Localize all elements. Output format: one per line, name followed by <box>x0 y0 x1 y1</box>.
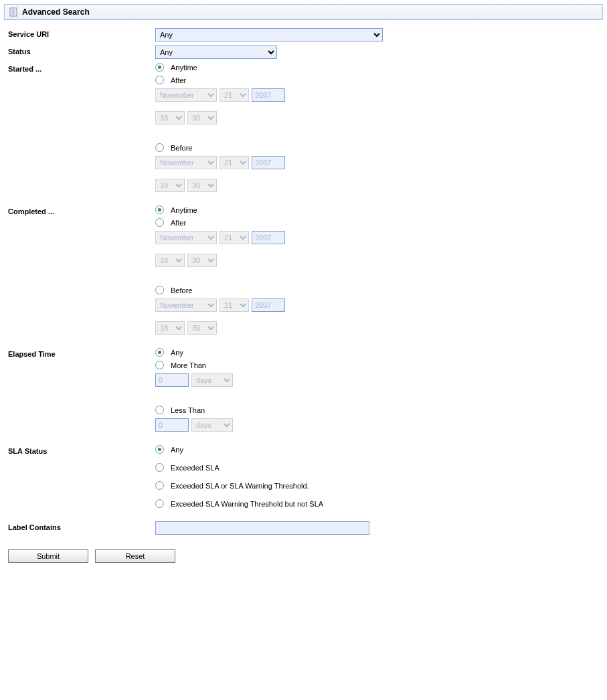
service-uri-select[interactable]: Any <box>155 28 383 41</box>
completed-after-year[interactable] <box>252 231 285 244</box>
panel-title: Advanced Search <box>22 7 90 17</box>
label-completed: Completed ... <box>8 205 155 215</box>
elapsed-less-value[interactable] <box>155 418 189 432</box>
sla-exceeded-radio[interactable] <box>155 463 164 472</box>
started-after-minute[interactable]: 30 <box>187 111 217 124</box>
completed-before-label: Before <box>171 286 192 294</box>
sla-warn-not-sla-radio[interactable] <box>155 499 164 508</box>
completed-after-day[interactable]: 21 <box>220 231 249 244</box>
completed-after-radio[interactable] <box>155 218 164 227</box>
advanced-search-panel: Advanced Search <box>4 4 603 20</box>
elapsed-more-unit[interactable]: days <box>191 373 233 387</box>
started-before-minute[interactable]: 30 <box>187 179 217 192</box>
started-before-hour[interactable]: 18 <box>155 179 185 192</box>
sla-exceeded-label: Exceeded SLA <box>171 464 220 472</box>
started-before-month[interactable]: November <box>155 156 217 169</box>
label-status: Status <box>8 46 155 56</box>
completed-before-minute[interactable]: 30 <box>187 321 217 335</box>
started-anytime-radio[interactable] <box>155 63 164 72</box>
elapsed-less-unit[interactable]: days <box>191 418 233 432</box>
started-after-label: After <box>171 76 186 84</box>
completed-before-year[interactable] <box>252 298 285 312</box>
completed-after-minute[interactable]: 30 <box>187 254 217 267</box>
completed-anytime-radio[interactable] <box>155 205 164 214</box>
elapsed-any-label: Any <box>171 349 183 357</box>
started-after-radio[interactable] <box>155 76 164 84</box>
completed-before-day[interactable]: 21 <box>220 298 249 312</box>
sla-exceeded-or-warn-label: Exceeded SLA or SLA Warning Threshold. <box>171 482 309 490</box>
label-contains-input[interactable] <box>155 521 369 535</box>
search-form: Service URI Any Status Any Started ... A… <box>4 20 603 565</box>
elapsed-any-radio[interactable] <box>155 348 164 357</box>
completed-after-label: After <box>171 219 186 227</box>
started-before-label: Before <box>171 144 192 152</box>
completed-before-month[interactable]: November <box>155 298 217 312</box>
started-before-day[interactable]: 21 <box>220 156 249 169</box>
sla-any-radio[interactable] <box>155 445 164 454</box>
sla-exceeded-or-warn-radio[interactable] <box>155 481 164 490</box>
status-select[interactable]: Any <box>155 46 277 59</box>
reset-button[interactable]: Reset <box>95 549 175 563</box>
panel-header: Advanced Search <box>5 5 602 19</box>
elapsed-more-radio[interactable] <box>155 361 164 369</box>
elapsed-more-value[interactable] <box>155 373 189 387</box>
elapsed-more-label: More Than <box>171 361 206 369</box>
started-before-year[interactable] <box>252 156 285 169</box>
label-sla: SLA Status <box>8 445 155 455</box>
started-after-hour[interactable]: 18 <box>155 111 185 124</box>
started-before-radio[interactable] <box>155 143 164 152</box>
completed-before-radio[interactable] <box>155 286 164 294</box>
started-after-year[interactable] <box>252 88 285 102</box>
started-after-day[interactable]: 21 <box>220 88 249 102</box>
sla-warn-not-sla-label: Exceeded SLA Warning Threshold but not S… <box>171 500 323 508</box>
completed-after-hour[interactable]: 18 <box>155 254 185 267</box>
completed-after-month[interactable]: November <box>155 231 217 244</box>
label-elapsed: Elapsed Time <box>8 348 155 358</box>
label-started: Started ... <box>8 63 155 73</box>
started-anytime-label: Anytime <box>171 64 197 72</box>
label-label-contains: Label Contains <box>8 521 155 531</box>
elapsed-less-radio[interactable] <box>155 406 164 414</box>
search-form-icon <box>9 7 18 17</box>
started-after-month[interactable]: November <box>155 88 217 102</box>
label-service-uri: Service URI <box>8 28 155 38</box>
sla-any-label: Any <box>171 446 183 454</box>
elapsed-less-label: Less Than <box>171 406 205 414</box>
completed-before-hour[interactable]: 18 <box>155 321 185 335</box>
submit-button[interactable]: Submit <box>8 549 88 563</box>
completed-anytime-label: Anytime <box>171 206 197 214</box>
